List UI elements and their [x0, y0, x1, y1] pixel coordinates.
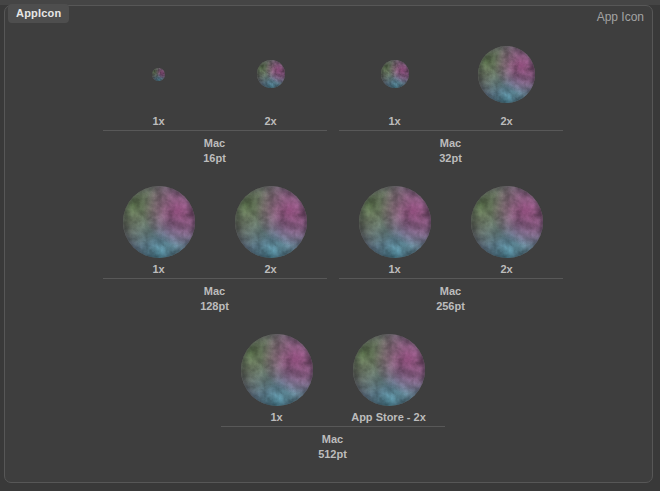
icon-well[interactable]	[359, 186, 431, 258]
scale-label: App Store - 2x	[351, 411, 426, 423]
app-icon-moon-image[interactable]	[235, 186, 307, 258]
moon-crater-texture	[241, 334, 313, 406]
app-icon-moon-image[interactable]	[241, 334, 313, 406]
icon-well[interactable]	[235, 186, 307, 258]
icon-cells: 1xApp Store - 2x	[221, 334, 445, 424]
group-size-label: 32pt	[339, 151, 563, 166]
icon-set-grid: 1x2xMac16pt1x2xMac32pt1x2xMac128pt1x2xMa…	[10, 12, 655, 482]
icon-group-256pt: 1x2xMac256pt	[339, 186, 563, 314]
icon-group-512pt: 1xApp Store - 2xMac512pt	[221, 334, 445, 462]
icon-cell: 1x	[103, 38, 215, 128]
icon-cells: 1x2x	[103, 186, 327, 276]
scale-label: 1x	[388, 263, 400, 275]
group-device-label: Mac	[221, 432, 445, 447]
icon-group-32pt: 1x2xMac32pt	[339, 38, 563, 166]
icon-cell: 2x	[451, 186, 563, 276]
icon-cell: 1x	[103, 186, 215, 276]
scale-label: 1x	[270, 411, 282, 423]
moon-crater-texture	[471, 186, 543, 258]
group-title: Mac256pt	[339, 279, 563, 314]
icon-well[interactable]	[353, 334, 425, 406]
moon-crater-texture	[257, 60, 285, 88]
scale-label: 1x	[388, 115, 400, 127]
icon-set-row: 1x2xMac16pt1x2xMac32pt	[10, 38, 655, 166]
moon-crater-texture	[478, 46, 535, 103]
group-title: Mac128pt	[103, 279, 327, 314]
group-size-label: 512pt	[221, 447, 445, 462]
group-title: Mac32pt	[339, 131, 563, 166]
group-device-label: Mac	[103, 284, 327, 299]
icon-well[interactable]	[478, 38, 535, 110]
icon-cell: 2x	[451, 38, 563, 128]
icon-cells: 1x2x	[339, 38, 563, 128]
scale-label: 2x	[264, 115, 276, 127]
asset-name-badge: AppIcon	[8, 4, 69, 23]
icon-cell: 1x	[221, 334, 333, 424]
icon-group-16pt: 1x2xMac16pt	[103, 38, 327, 166]
icon-set-row: 1x2xMac128pt1x2xMac256pt	[10, 186, 655, 314]
icon-cells: 1x2x	[339, 186, 563, 276]
app-icon-moon-image[interactable]	[353, 334, 425, 406]
group-device-label: Mac	[339, 284, 563, 299]
app-icon-canvas: 1x2xMac16pt1x2xMac32pt1x2xMac128pt1x2xMa…	[4, 5, 653, 483]
app-icon-moon-image[interactable]	[123, 186, 195, 258]
app-icon-moon-image[interactable]	[471, 186, 543, 258]
group-device-label: Mac	[103, 136, 327, 151]
icon-cells: 1x2x	[103, 38, 327, 128]
icon-set-row: 1xApp Store - 2xMac512pt	[10, 334, 655, 462]
icon-cell: 1x	[339, 186, 451, 276]
icon-cell: 1x	[339, 38, 451, 128]
group-size-label: 16pt	[103, 151, 327, 166]
icon-well[interactable]	[241, 334, 313, 406]
app-icon-moon-image[interactable]	[478, 46, 535, 103]
icon-well[interactable]	[471, 186, 543, 258]
moon-crater-texture	[235, 186, 307, 258]
group-title: Mac512pt	[221, 427, 445, 462]
scale-label: 2x	[264, 263, 276, 275]
icon-well[interactable]	[381, 38, 409, 110]
moon-crater-texture	[353, 334, 425, 406]
group-title: Mac16pt	[103, 131, 327, 166]
group-device-label: Mac	[339, 136, 563, 151]
icon-well[interactable]	[152, 38, 165, 110]
moon-crater-texture	[381, 60, 409, 88]
app-icon-moon-image[interactable]	[257, 60, 285, 88]
group-size-label: 256pt	[339, 299, 563, 314]
icon-cell: 2x	[215, 38, 327, 128]
icon-well[interactable]	[123, 186, 195, 258]
icon-cell: 2x	[215, 186, 327, 276]
icon-well[interactable]	[257, 38, 285, 110]
icon-set-title: App Icon	[597, 10, 644, 24]
app-icon-moon-image[interactable]	[152, 68, 165, 81]
app-icon-moon-image[interactable]	[359, 186, 431, 258]
group-size-label: 128pt	[103, 299, 327, 314]
scale-label: 2x	[500, 115, 512, 127]
moon-crater-texture	[152, 68, 165, 81]
moon-crater-texture	[359, 186, 431, 258]
icon-group-128pt: 1x2xMac128pt	[103, 186, 327, 314]
moon-crater-texture	[123, 186, 195, 258]
icon-cell: App Store - 2x	[333, 334, 445, 424]
scale-label: 1x	[152, 263, 164, 275]
app-icon-moon-image[interactable]	[381, 60, 409, 88]
scale-label: 2x	[500, 263, 512, 275]
scale-label: 1x	[152, 115, 164, 127]
